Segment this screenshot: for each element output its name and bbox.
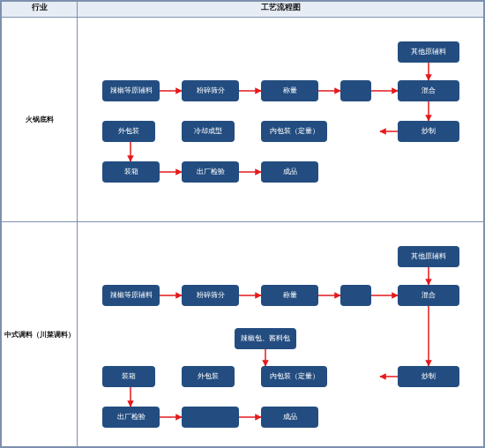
box-grind-sieve: 粉碎筛分 <box>182 80 239 101</box>
box-cool-form: 冷却成型 <box>182 121 235 142</box>
box-chili-sauce-pack: 辣椒包、酱料包 <box>235 328 296 349</box>
box-other-materials-2: 其他原辅料 <box>398 246 459 267</box>
box-fry: 炒制 <box>398 121 459 142</box>
layout-table: 行业 工艺流程图 火锅底料 <box>1 1 484 447</box>
box-mix-2: 混合 <box>398 285 459 306</box>
box-inner-pack: 内包装（定量） <box>261 121 327 142</box>
box-mix-inlet <box>340 80 371 101</box>
box-carton: 装箱 <box>102 161 160 183</box>
box-other-materials: 其他原辅料 <box>398 41 459 63</box>
box-outer-pack: 外包装 <box>102 121 155 142</box>
box-grind-sieve-2: 粉碎筛分 <box>182 285 239 306</box>
box-inner-pack-2: 内包装（定量） <box>261 366 327 387</box>
box-weigh: 称量 <box>261 80 318 101</box>
row-label-chinese-seasoning: 中式调料（川菜调料） <box>2 222 78 447</box>
box-mix: 混合 <box>398 80 459 101</box>
box-mix-inlet-2 <box>340 285 371 306</box>
box-chili-materials-2: 辣椒等原辅料 <box>102 285 160 306</box>
box-inspect: 出厂检验 <box>182 161 239 183</box>
box-product-2: 成品 <box>261 407 318 428</box>
flowchart-hotpot: 其他原辅料 辣椒等原辅料 粉碎筛分 称量 混合 外包装 冷却成型 内包装（定量）… <box>78 18 484 222</box>
box-fry-2: 炒制 <box>398 366 459 387</box>
box-inspect-2: 出厂检验 <box>102 407 160 428</box>
header-flowchart: 工艺流程图 <box>78 2 484 18</box>
box-outer-pack-2: 外包装 <box>182 366 235 387</box>
box-product-2-a <box>182 407 239 428</box>
header-industry: 行业 <box>2 2 78 18</box>
box-carton-2: 装箱 <box>102 366 155 387</box>
flowchart-chinese-seasoning: 其他原辅料 辣椒等原辅料 粉碎筛分 称量 混合 辣椒包、酱料包 装箱 外包装 内… <box>78 222 484 447</box>
box-product: 成品 <box>261 161 318 183</box>
document: 行业 工艺流程图 火锅底料 <box>0 0 485 448</box>
row-label-hotpot: 火锅底料 <box>2 18 78 222</box>
box-chili-materials: 辣椒等原辅料 <box>102 80 160 101</box>
box-weigh-2: 称量 <box>261 285 318 306</box>
